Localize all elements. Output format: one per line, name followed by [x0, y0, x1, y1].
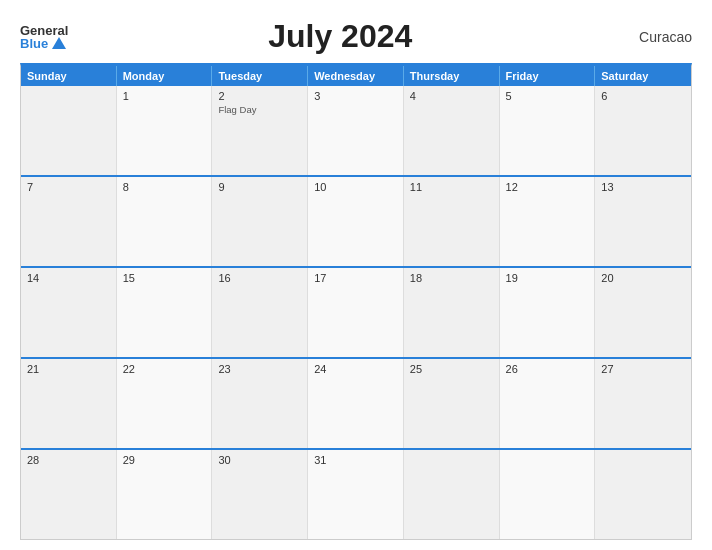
day-number: 26 [506, 363, 589, 375]
logo-general-text: General [20, 24, 68, 37]
day-number: 24 [314, 363, 397, 375]
day-number: 28 [27, 454, 110, 466]
cell-w4-d1: 21 [21, 359, 117, 448]
day-number: 31 [314, 454, 397, 466]
day-number: 10 [314, 181, 397, 193]
week-4: 21222324252627 [21, 357, 691, 448]
cell-w4-d4: 24 [308, 359, 404, 448]
cell-w1-d1 [21, 86, 117, 175]
cell-w3-d1: 14 [21, 268, 117, 357]
logo-blue-text: Blue [20, 37, 68, 50]
calendar-body: 12Flag Day345678910111213141516171819202… [21, 86, 691, 539]
calendar-page: General Blue July 2024 Curacao Sunday Mo… [0, 0, 712, 550]
cell-w2-d4: 10 [308, 177, 404, 266]
cell-w2-d1: 7 [21, 177, 117, 266]
header-tuesday: Tuesday [212, 66, 308, 86]
week-2: 78910111213 [21, 175, 691, 266]
cell-w2-d2: 8 [117, 177, 213, 266]
day-number: 14 [27, 272, 110, 284]
cell-w1-d3: 2Flag Day [212, 86, 308, 175]
day-number: 25 [410, 363, 493, 375]
logo: General Blue [20, 24, 68, 50]
cell-w5-d2: 29 [117, 450, 213, 539]
day-number: 7 [27, 181, 110, 193]
cell-w5-d1: 28 [21, 450, 117, 539]
header-monday: Monday [117, 66, 213, 86]
cell-w5-d4: 31 [308, 450, 404, 539]
day-number: 12 [506, 181, 589, 193]
cell-w3-d2: 15 [117, 268, 213, 357]
cell-w1-d5: 4 [404, 86, 500, 175]
day-number: 8 [123, 181, 206, 193]
day-number: 29 [123, 454, 206, 466]
cell-w4-d6: 26 [500, 359, 596, 448]
cell-w4-d3: 23 [212, 359, 308, 448]
calendar-grid: Sunday Monday Tuesday Wednesday Thursday… [20, 63, 692, 540]
week-1: 12Flag Day3456 [21, 86, 691, 175]
cell-w3-d5: 18 [404, 268, 500, 357]
header-friday: Friday [500, 66, 596, 86]
cell-w2-d6: 12 [500, 177, 596, 266]
day-number: 21 [27, 363, 110, 375]
day-number: 5 [506, 90, 589, 102]
cell-w1-d6: 5 [500, 86, 596, 175]
day-number: 13 [601, 181, 685, 193]
day-number: 6 [601, 90, 685, 102]
day-number: 1 [123, 90, 206, 102]
day-number: 19 [506, 272, 589, 284]
cell-w1-d7: 6 [595, 86, 691, 175]
event-label: Flag Day [218, 104, 301, 115]
day-number: 18 [410, 272, 493, 284]
day-number: 22 [123, 363, 206, 375]
day-number: 30 [218, 454, 301, 466]
logo-triangle-icon [52, 37, 66, 49]
day-number: 17 [314, 272, 397, 284]
cell-w5-d6 [500, 450, 596, 539]
cell-w4-d2: 22 [117, 359, 213, 448]
cell-w1-d2: 1 [117, 86, 213, 175]
cell-w3-d6: 19 [500, 268, 596, 357]
cell-w1-d4: 3 [308, 86, 404, 175]
cell-w4-d7: 27 [595, 359, 691, 448]
cell-w5-d7 [595, 450, 691, 539]
day-number: 2 [218, 90, 301, 102]
day-number: 3 [314, 90, 397, 102]
header-saturday: Saturday [595, 66, 691, 86]
day-number: 11 [410, 181, 493, 193]
day-number: 4 [410, 90, 493, 102]
cell-w3-d4: 17 [308, 268, 404, 357]
cell-w5-d3: 30 [212, 450, 308, 539]
header-thursday: Thursday [404, 66, 500, 86]
day-number: 20 [601, 272, 685, 284]
header-sunday: Sunday [21, 66, 117, 86]
day-number: 9 [218, 181, 301, 193]
week-3: 14151617181920 [21, 266, 691, 357]
day-number: 23 [218, 363, 301, 375]
day-number: 16 [218, 272, 301, 284]
cell-w2-d7: 13 [595, 177, 691, 266]
cell-w2-d3: 9 [212, 177, 308, 266]
week-5: 28293031 [21, 448, 691, 539]
day-number: 15 [123, 272, 206, 284]
cell-w5-d5 [404, 450, 500, 539]
cell-w3-d3: 16 [212, 268, 308, 357]
page-header: General Blue July 2024 Curacao [20, 18, 692, 55]
country-label: Curacao [612, 29, 692, 45]
calendar-header: Sunday Monday Tuesday Wednesday Thursday… [21, 66, 691, 86]
cell-w4-d5: 25 [404, 359, 500, 448]
page-title: July 2024 [68, 18, 612, 55]
cell-w2-d5: 11 [404, 177, 500, 266]
header-wednesday: Wednesday [308, 66, 404, 86]
day-number: 27 [601, 363, 685, 375]
cell-w3-d7: 20 [595, 268, 691, 357]
